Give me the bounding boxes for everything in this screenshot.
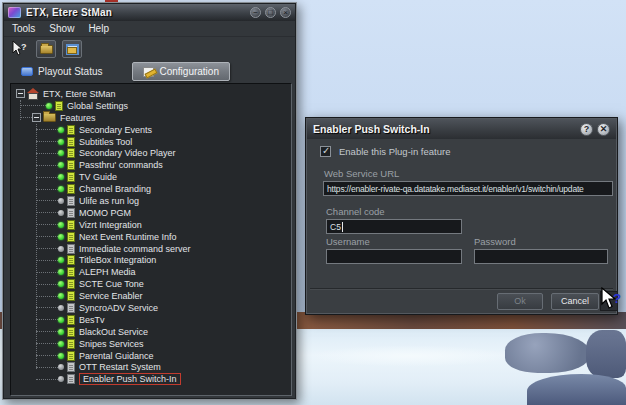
open-folder-button[interactable] [36, 40, 56, 58]
web-service-url-label: Web Service URL [324, 168, 399, 179]
menu-help[interactable]: Help [88, 23, 109, 34]
tree-connector [36, 236, 58, 237]
ok-button[interactable]: Ok [497, 293, 543, 310]
status-dot [58, 257, 64, 263]
status-dot [58, 139, 64, 145]
svg-text:?: ? [613, 291, 621, 306]
tree-item[interactable]: TitleBox Integration [11, 254, 291, 266]
status-dot [58, 269, 64, 275]
tree-item-label: MOMO PGM [79, 208, 131, 218]
tree-item-label: Snipes Services [79, 339, 144, 349]
status-dot [58, 234, 64, 240]
tree-item[interactable]: Passthru' commands [11, 159, 291, 171]
doc-icon [67, 374, 75, 384]
dialog-help-button[interactable]: ? [580, 123, 593, 136]
tree-item[interactable]: Secondary Events [11, 124, 291, 136]
status-dot [58, 317, 64, 323]
tree-item[interactable]: Features [11, 112, 291, 124]
menu-tools[interactable]: Tools [12, 23, 35, 34]
tree-item[interactable]: Subtitles Tool [11, 136, 291, 148]
doc-icon [67, 351, 75, 361]
status-dot [58, 293, 64, 299]
tree-item[interactable]: BlackOut Service [11, 326, 291, 338]
channel-code-label: Channel code [326, 206, 385, 217]
status-dot [58, 353, 64, 359]
tree-item[interactable]: Vizrt Integration [11, 219, 291, 231]
tree-item[interactable]: Secondary Video Player [11, 147, 291, 159]
tree-connector [36, 248, 58, 249]
tree-item-label: Vizrt Integration [79, 220, 142, 230]
username-input[interactable] [326, 249, 462, 264]
tree-item[interactable]: Enabler Push Switch-In [11, 373, 291, 385]
tree-item[interactable]: SyncroADV Service [11, 302, 291, 314]
tree-item[interactable]: TV Guide [11, 171, 291, 183]
tree-connector [36, 319, 58, 320]
tree-connector [36, 379, 58, 380]
status-dot [58, 364, 64, 370]
tree-item[interactable]: Ulife as run log [11, 195, 291, 207]
doc-icon [67, 255, 75, 265]
tree-item[interactable]: ETX, Etere StMan [11, 88, 291, 100]
collapse-icon[interactable] [16, 89, 25, 98]
tree-item[interactable]: OTT Restart System [11, 361, 291, 373]
tree-item-label: BesTv [79, 315, 105, 325]
dialog-close-button[interactable]: ✕ [597, 123, 610, 136]
tree-connector [20, 105, 46, 106]
tree-item-label: Passthru' commands [79, 160, 163, 170]
maximize-button[interactable]: □ [265, 7, 276, 18]
status-dot [58, 162, 64, 168]
tree-item[interactable]: Snipes Services [11, 338, 291, 350]
configuration-tree[interactable]: ETX, Etere StManGlobal SettingsFeaturesS… [10, 83, 292, 396]
tree-item[interactable]: Immediate command server [11, 243, 291, 255]
tab-playout-status[interactable]: Playout Status [21, 66, 102, 77]
tree-connector [36, 331, 58, 332]
tree-item[interactable]: Global Settings [11, 100, 291, 112]
tree-item[interactable]: ALEPH Media [11, 266, 291, 278]
status-dot [58, 341, 64, 347]
tree-item-label: Next Event Runtime Info [79, 232, 177, 242]
tab-configuration[interactable]: Configuration [132, 62, 229, 81]
tree-item[interactable]: Service Enabler [11, 290, 291, 302]
doc-icon [67, 172, 75, 182]
dialog-title: Enabler Push Switch-In [313, 123, 576, 135]
status-dot [58, 246, 64, 252]
window-folder-button[interactable] [62, 40, 82, 58]
tree-connector [36, 343, 58, 344]
mouse-help-cursor-icon: ? [599, 287, 623, 313]
dialog-title-bar[interactable]: Enabler Push Switch-In ? ✕ [307, 119, 616, 139]
minimize-button[interactable]: − [250, 7, 261, 18]
tree-item[interactable]: BesTv [11, 314, 291, 326]
tree-item[interactable]: MOMO PGM [11, 207, 291, 219]
menu-bar: Tools Show Help [4, 21, 295, 37]
tree-connector [36, 200, 58, 201]
tree-item[interactable]: Next Event Runtime Info [11, 231, 291, 243]
tree-connector [36, 296, 58, 297]
help-cursor-icon[interactable]: ? [10, 40, 30, 58]
doc-icon [67, 232, 75, 242]
tree-item[interactable]: Channel Branding [11, 183, 291, 195]
status-dot [58, 305, 64, 311]
cancel-button[interactable]: Cancel [551, 293, 599, 310]
title-bar[interactable]: ETX, Etere StMan − □ × [4, 4, 295, 21]
status-dot [58, 329, 64, 335]
doc-icon [67, 279, 75, 289]
close-button[interactable]: × [280, 7, 291, 18]
tree-connector [36, 284, 58, 285]
menu-show[interactable]: Show [49, 23, 74, 34]
tree-connector [36, 272, 58, 273]
channel-code-value: C5 [330, 222, 341, 232]
enable-plugin-checkbox[interactable] [320, 146, 331, 157]
tree-item-label: Channel Branding [79, 184, 151, 194]
wallpaper-rock [586, 330, 626, 378]
password-input[interactable] [474, 249, 608, 264]
tree-item[interactable]: Parental Guidance [11, 350, 291, 362]
web-service-url-input[interactable] [323, 181, 613, 196]
tree-connector [36, 355, 58, 356]
tree-item-label: Parental Guidance [79, 351, 154, 361]
status-dot [58, 174, 64, 180]
tree-connector [36, 177, 58, 178]
channel-code-input[interactable]: C5 [326, 219, 462, 234]
tree-item[interactable]: SCTE Cue Tone [11, 278, 291, 290]
collapse-icon[interactable] [32, 113, 41, 122]
tree-rows: ETX, Etere StManGlobal SettingsFeaturesS… [11, 88, 291, 385]
